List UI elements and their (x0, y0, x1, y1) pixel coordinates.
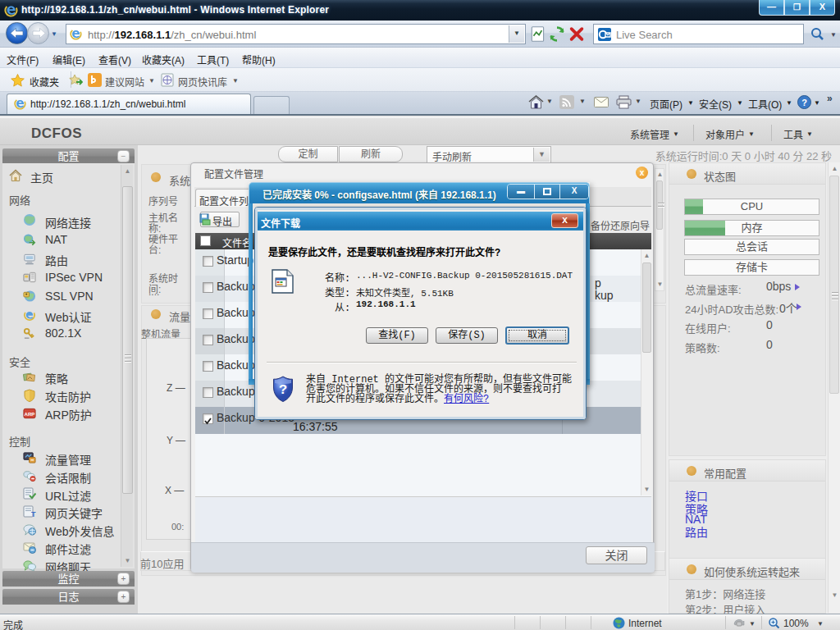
svg-text:T: T (31, 510, 36, 518)
svg-text:ARP: ARP (25, 411, 35, 417)
svg-text:?: ? (801, 98, 807, 107)
svg-text:?: ? (279, 382, 287, 398)
